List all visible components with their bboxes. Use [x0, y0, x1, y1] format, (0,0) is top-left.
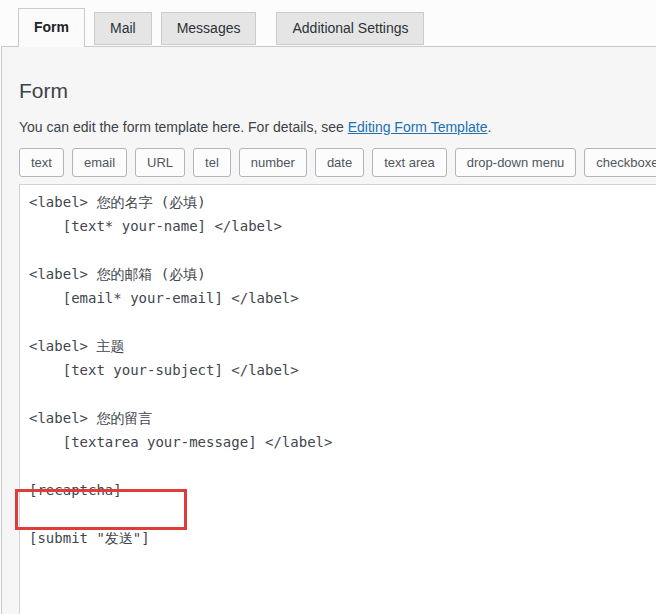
- tag-button-checkboxes[interactable]: checkboxes: [584, 148, 656, 177]
- tag-button-email[interactable]: email: [72, 148, 127, 177]
- panel-heading: Form: [19, 79, 656, 103]
- editor-tabbar: Form Mail Messages Additional Settings: [0, 0, 656, 47]
- form-editor-page: { "tabs": { "items": [ { "label": "Form"…: [0, 0, 656, 614]
- tab-mail[interactable]: Mail: [94, 12, 152, 45]
- panel-description: You can edit the form template here. For…: [19, 119, 656, 135]
- tab-messages[interactable]: Messages: [161, 12, 257, 45]
- tag-button-date[interactable]: date: [315, 148, 364, 177]
- editing-form-template-link[interactable]: Editing Form Template: [348, 119, 488, 135]
- form-template-textarea[interactable]: <label> 您的名字 (必填) [text* your-name] </la…: [19, 184, 656, 614]
- tag-button-text-area[interactable]: text area: [372, 148, 447, 177]
- tag-button-number[interactable]: number: [239, 148, 307, 177]
- description-text: You can edit the form template here. For…: [19, 119, 348, 135]
- tag-button-drop-down-menu[interactable]: drop-down menu: [455, 148, 577, 177]
- tag-button-url[interactable]: URL: [135, 148, 185, 177]
- description-period: .: [487, 119, 491, 135]
- tab-additional-settings[interactable]: Additional Settings: [276, 12, 424, 45]
- form-tab-panel: Form You can edit the form template here…: [1, 46, 656, 614]
- tab-form[interactable]: Form: [18, 8, 85, 47]
- tag-button-text[interactable]: text: [19, 148, 64, 177]
- tag-button-tel[interactable]: tel: [193, 148, 231, 177]
- tag-generator-row: text email URL tel number date text area…: [19, 148, 656, 177]
